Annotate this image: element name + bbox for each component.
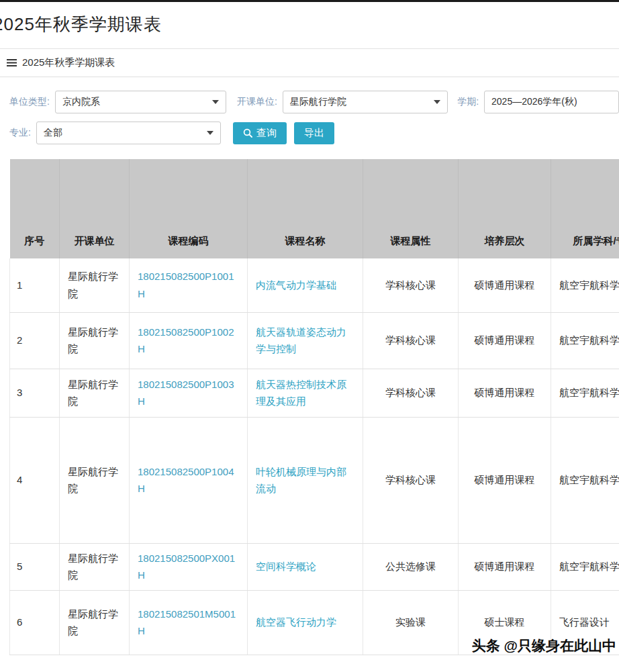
course-name-link[interactable]: 叶轮机械原理与内部流动 xyxy=(256,466,346,495)
course-code-link[interactable]: 180215082500P1003H xyxy=(130,369,248,417)
cell-no: 5 xyxy=(10,543,60,590)
chevron-down-icon xyxy=(434,100,440,104)
major-select[interactable]: 全部 xyxy=(36,122,221,144)
cell-unit: 星际航行学院 xyxy=(60,417,130,543)
table-header-row: 序号 开课单位 课程编码 课程名称 课程属性 培养层次 所属学科/专业 xyxy=(10,159,619,258)
cell-no: 4 xyxy=(10,417,60,543)
semester-value: 2025—2026学年(秋) xyxy=(491,96,577,108)
chevron-down-icon xyxy=(212,100,219,104)
course-name-link[interactable]: 内流气动力学基础 xyxy=(256,279,336,291)
cell-unit: 星际航行学院 xyxy=(60,258,130,312)
cell-no: 3 xyxy=(10,369,60,417)
table-row: 4 星际航行学院 180215082500P1004H 叶轮机械原理与内部流动 … xyxy=(10,417,619,543)
course-table: 序号 开课单位 课程编码 课程名称 课程属性 培养层次 所属学科/专业 1 星际… xyxy=(9,159,619,655)
table-row: 3 星际航行学院 180215082500P1003H 航天器热控制技术原理及其… xyxy=(10,369,619,417)
col-header-attr: 课程属性 xyxy=(363,159,459,258)
cell-no: 2 xyxy=(10,312,60,369)
search-icon xyxy=(243,128,252,138)
query-button[interactable]: 查询 xyxy=(233,122,287,144)
course-code-link[interactable]: 180215082500P1001H xyxy=(130,258,248,312)
course-table-container: 序号 开课单位 课程编码 课程名称 课程属性 培养层次 所属学科/专业 1 星际… xyxy=(9,159,619,655)
unit-type-select[interactable]: 京内院系 xyxy=(55,91,226,113)
chevron-down-icon xyxy=(207,131,213,135)
cell-unit: 星际航行学院 xyxy=(60,543,130,590)
cell-discipline: 航空宇航科学技术 xyxy=(551,417,619,543)
page-header: 2025年秋季学期课表 xyxy=(0,2,619,49)
col-header-discipline: 所属学科/专业 xyxy=(551,159,619,258)
cell-attr: 实验课 xyxy=(363,590,459,655)
cell-level: 硕博通用课程 xyxy=(459,543,551,590)
cell-discipline: 航空宇航科学技术 xyxy=(551,312,619,369)
export-button[interactable]: 导出 xyxy=(294,122,334,144)
cell-level: 硕博通用课程 xyxy=(459,417,551,543)
filter-row-2: 专业: 全部 查询 导出 xyxy=(9,122,619,144)
cell-attr: 学科核心课 xyxy=(363,417,459,543)
col-header-code: 课程编码 xyxy=(130,159,248,258)
cell-discipline: 航空宇航科学技术 xyxy=(551,543,619,590)
page-title: 2025年秋季学期课表 xyxy=(0,13,619,36)
course-code-link[interactable]: 180215082500P1002H xyxy=(130,312,248,369)
cell-unit: 星际航行学院 xyxy=(60,312,130,369)
course-name-link[interactable]: 空间科学概论 xyxy=(256,561,316,572)
course-name-link[interactable]: 航天器轨道姿态动力学与控制 xyxy=(256,326,346,355)
table-row: 2 星际航行学院 180215082500P1002H 航天器轨道姿态动力学与控… xyxy=(10,312,619,369)
col-header-name: 课程名称 xyxy=(248,159,363,258)
cell-level: 硕博通用课程 xyxy=(459,369,551,417)
cell-attr: 公共选修课 xyxy=(363,543,459,590)
unit-type-value: 京内院系 xyxy=(62,96,100,108)
cell-unit: 星际航行学院 xyxy=(60,590,130,655)
watermark: 头条 @只缘身在此山中 xyxy=(472,636,616,655)
table-row: 5 星际航行学院 180215082500PX001H 空间科学概论 公共选修课… xyxy=(10,543,619,590)
filter-row-1: 单位类型: 京内院系 开课单位: 星际航行学院 学期: 2025—2026学年(… xyxy=(9,91,619,113)
course-code-link[interactable]: 180215082500P1004H xyxy=(130,417,248,543)
unit-type-label: 单位类型: xyxy=(9,96,50,108)
cell-attr: 学科核心课 xyxy=(363,369,459,417)
semester-select[interactable]: 2025—2026学年(秋) xyxy=(484,91,619,113)
cell-attr: 学科核心课 xyxy=(363,258,459,312)
cell-no: 6 xyxy=(10,590,60,655)
export-button-label: 导出 xyxy=(304,127,324,140)
query-button-label: 查询 xyxy=(256,127,277,140)
course-name-link[interactable]: 航天器热控制技术原理及其应用 xyxy=(256,379,346,407)
offering-unit-value: 星际航行学院 xyxy=(290,96,346,108)
col-header-no: 序号 xyxy=(10,159,60,258)
major-value: 全部 xyxy=(44,127,62,139)
menu-icon[interactable] xyxy=(7,58,17,67)
col-header-unit: 开课单位 xyxy=(60,159,130,258)
cell-attr: 学科核心课 xyxy=(363,312,459,369)
cell-unit: 星际航行学院 xyxy=(60,369,130,417)
breadcrumb-bar: 2025年秋季学期课表 xyxy=(0,49,619,77)
offering-unit-label: 开课单位: xyxy=(237,96,277,108)
semester-label: 学期: xyxy=(457,96,479,108)
cell-discipline: 航空宇航科学技术 xyxy=(551,258,619,312)
major-label: 专业: xyxy=(9,127,31,139)
course-code-link[interactable]: 180215082500PX001H xyxy=(130,543,248,590)
col-header-level: 培养层次 xyxy=(459,159,551,258)
table-row: 1 星际航行学院 180215082500P1001H 内流气动力学基础 学科核… xyxy=(10,258,619,312)
offering-unit-select[interactable]: 星际航行学院 xyxy=(283,91,448,113)
cell-discipline: 航空宇航科学技术 xyxy=(551,369,619,417)
course-code-link[interactable]: 180215082501M5001H xyxy=(130,590,248,655)
filter-panel: 单位类型: 京内院系 开课单位: 星际航行学院 学期: 2025—2026学年(… xyxy=(0,77,619,144)
cell-level: 硕博通用课程 xyxy=(459,258,551,312)
page: 2025年秋季学期课表 2025年秋季学期课表 单位类型: 京内院系 开课单位:… xyxy=(0,0,619,672)
breadcrumb-title: 2025年秋季学期课表 xyxy=(22,56,115,69)
cell-no: 1 xyxy=(10,258,60,312)
cell-level: 硕博通用课程 xyxy=(459,312,551,369)
course-name-link[interactable]: 航空器飞行动力学 xyxy=(256,616,336,628)
